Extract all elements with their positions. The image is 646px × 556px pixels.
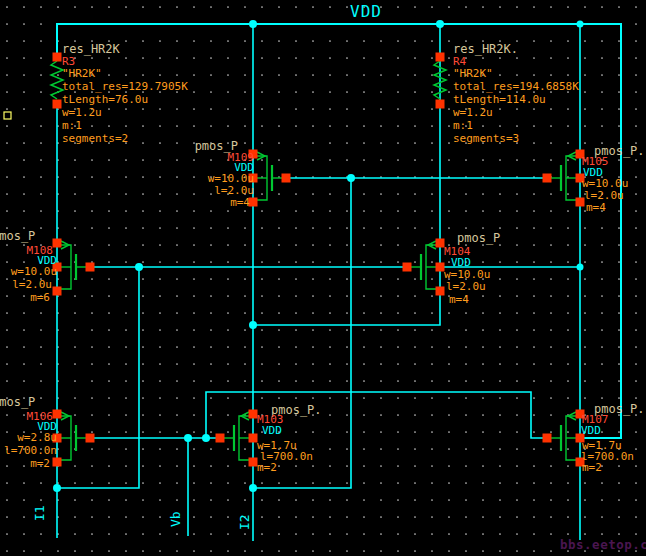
m107-m-label: m=2 xyxy=(582,462,602,473)
watermark: bbs.eetop.cn xyxy=(560,539,646,552)
m109-m-label: m=4 xyxy=(230,197,250,208)
junction-dot xyxy=(184,434,192,442)
m105-w-label: w=10.0u xyxy=(582,178,628,189)
m104-l-label: l=2.0u xyxy=(446,281,486,292)
m105-l-label: l=2.0u xyxy=(584,190,624,201)
pin-square[interactable] xyxy=(86,263,95,272)
junction-dot xyxy=(249,321,257,329)
r4-cell-label: res_HR2K. xyxy=(453,43,518,55)
r4-mult-label: m:1 xyxy=(453,120,473,131)
junction-dot xyxy=(135,263,143,271)
m106-w-label: w=2.8u xyxy=(17,432,57,443)
junction-dot xyxy=(577,21,584,28)
pin-square[interactable] xyxy=(53,100,62,109)
r3-totalres-label: total_res=129.7905K xyxy=(62,81,188,92)
pin-square[interactable] xyxy=(436,53,445,62)
m104-bulk-label: VDD xyxy=(451,257,471,268)
r3-mult-label: m:1 xyxy=(62,120,82,131)
pin-square[interactable] xyxy=(53,458,62,467)
r4-segments-label: segments=3 xyxy=(453,133,519,144)
m104-m-label: m=4 xyxy=(449,294,469,305)
r3-cell-label: res_HR2K xyxy=(62,43,120,55)
pin-square[interactable] xyxy=(53,287,62,296)
junction-dot xyxy=(347,174,355,182)
m106-cell-label: pmos_P xyxy=(0,396,35,408)
m108-cell-label: pmos_P xyxy=(0,230,35,242)
pin-square[interactable] xyxy=(403,263,412,272)
pin-square[interactable] xyxy=(282,174,291,183)
pin-label-vb[interactable]: Vb xyxy=(169,511,182,527)
m104-cell-label: pmos_P xyxy=(457,232,500,244)
pin-square[interactable] xyxy=(216,434,225,443)
r4-model-label: "HR2K" xyxy=(453,68,493,79)
pin-square[interactable] xyxy=(86,434,95,443)
schematic-canvas[interactable]: VDD res_HR2K R3 "HR2K" total_res=129.790… xyxy=(0,0,646,556)
pin-square[interactable] xyxy=(53,239,62,248)
m108-m-label: m=6 xyxy=(30,292,50,303)
m104-w-label: w=10.0u xyxy=(444,269,490,280)
pin-label-i1[interactable]: I1 xyxy=(33,505,46,521)
junction-dot xyxy=(577,264,584,271)
pin-square[interactable] xyxy=(53,410,62,419)
junction-dot xyxy=(249,484,257,492)
vdd-rail-label[interactable]: VDD xyxy=(350,4,382,20)
junction-dot xyxy=(202,434,210,442)
r4-totalres-label: total_res=194.6858K xyxy=(453,81,579,92)
r4-instance-label[interactable]: R4 xyxy=(453,56,466,67)
m108-l-label: l=2.0u xyxy=(12,279,52,290)
r3-tlength-label: tLength=76.0u xyxy=(62,94,148,105)
pin-square[interactable] xyxy=(543,174,552,183)
r3-width-label: w=1.2u xyxy=(62,107,102,118)
m108-w-label: w=10.0u xyxy=(11,266,57,277)
m109-w-label: w=10.0u xyxy=(208,173,254,184)
pin-label-i2[interactable]: I2 xyxy=(238,514,251,530)
m106-m-label: m=2 xyxy=(30,458,50,469)
r4-width-label: w=1.2u xyxy=(453,107,493,118)
r3-segments-label: segments=2 xyxy=(62,133,128,144)
junction-dot xyxy=(53,484,61,492)
pin-square[interactable] xyxy=(436,287,445,296)
m103-bulk-label: VDD xyxy=(262,425,282,436)
m105-m-label: m=4 xyxy=(586,202,606,213)
pin-square[interactable] xyxy=(53,53,62,62)
r4-tlength-label: tLength=114.0u xyxy=(453,94,546,105)
pin-square[interactable] xyxy=(436,100,445,109)
junction-dot xyxy=(436,20,444,28)
m107-bulk-label: VDD xyxy=(581,425,601,436)
m109-l-label: l=2.0u xyxy=(214,185,254,196)
m106-l-label: l=700.0n xyxy=(4,445,57,456)
m103-m-label: m=2 xyxy=(257,462,277,473)
junction-dot xyxy=(249,20,257,28)
pin-square[interactable] xyxy=(543,434,552,443)
r3-instance-label[interactable]: R3 xyxy=(62,56,75,67)
r3-model-label: "HR2K" xyxy=(62,68,102,79)
